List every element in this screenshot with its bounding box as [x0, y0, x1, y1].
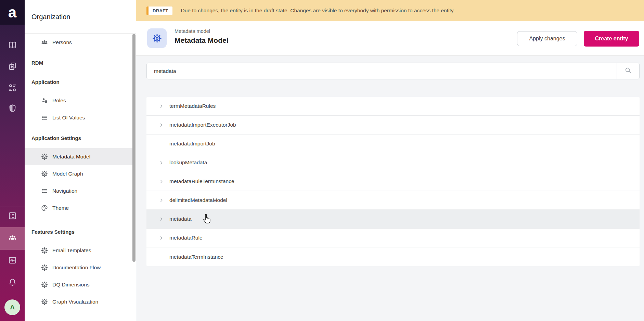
draft-status-badge: DRAFT [146, 7, 172, 15]
draft-banner-message: Due to changes, the entity is in the dra… [181, 8, 455, 14]
list-row-metadata[interactable]: metadata [146, 210, 640, 229]
search-button[interactable] [617, 63, 639, 79]
page-header-text: Metadata model Metadata Model [175, 28, 229, 44]
sidebar: Organization Persons RDM Application Rol… [25, 0, 136, 321]
gear-icon [40, 170, 49, 178]
chevron-right-icon[interactable] [159, 198, 164, 203]
person-lock-icon [40, 97, 49, 105]
sidebar-entry-rdm: RDM [25, 55, 132, 70]
chevron-right-icon[interactable] [159, 235, 164, 241]
gear-icon [40, 246, 49, 255]
list-row-metadatarule[interactable]: metadataRule [146, 229, 640, 247]
rail-item-people[interactable] [0, 227, 25, 250]
rail-bottom-group [0, 0, 25, 321]
palette-icon [40, 204, 49, 212]
main-content: DRAFT Due to changes, the entity is in t… [136, 0, 644, 321]
list-icon [40, 187, 49, 195]
search-input[interactable] [147, 63, 617, 79]
people-icon [40, 38, 49, 47]
sidebar-entry-dq-dimensions[interactable]: DQ Dimensions [25, 276, 132, 293]
list-row-metadataimportexecutorjob[interactable]: metadataImportExecutorJob [146, 116, 640, 134]
form-icon [8, 211, 17, 222]
list-icon [40, 114, 49, 122]
sidebar-entry-persons[interactable]: Persons [25, 34, 132, 51]
search-icon [624, 66, 632, 76]
list-row-metadataruleterminstance[interactable]: metadataRuleTermInstance [146, 172, 640, 191]
sidebar-entry-theme[interactable]: Theme [25, 200, 132, 217]
sidebar-entry-model-graph[interactable]: Model Graph [25, 165, 132, 182]
bell-icon [8, 278, 17, 288]
sidebar-entry-application: Application [25, 74, 132, 89]
list-row-termmetadatarules[interactable]: termMetadataRules [146, 97, 640, 116]
sidebar-entry-metadata-model[interactable]: Metadata Model [25, 148, 132, 165]
gear-icon [40, 264, 49, 272]
apply-changes-button[interactable]: Apply changes [517, 31, 577, 46]
sidebar-entry-application-settings: Application Settings [25, 130, 132, 145]
list-row-delimitedmetadatamodel[interactable]: delimitedMetadataModel [146, 191, 640, 210]
people-icon [8, 233, 17, 244]
gear-icon [40, 298, 49, 306]
create-entity-button[interactable]: Create entity [584, 31, 639, 47]
metadata-model-gear-icon [147, 28, 167, 48]
sidebar-entry-roles[interactable]: Roles [25, 92, 132, 109]
gear-icon [40, 153, 49, 161]
chevron-right-icon[interactable] [159, 217, 164, 222]
sidebar-entry-documentation-flow[interactable]: Documentation Flow [25, 259, 132, 276]
chevron-right-icon[interactable] [159, 104, 164, 109]
draft-state-banner: DRAFT Due to changes, the entity is in t… [136, 0, 644, 21]
sidebar-entry-navigation[interactable]: Navigation [25, 182, 132, 200]
sidebar-title: Organization [31, 13, 70, 21]
rail-item-form[interactable] [0, 207, 25, 226]
search-bar [146, 63, 640, 79]
rail-item-bell[interactable] [0, 273, 25, 292]
list-row-metadataimportjob[interactable]: metadataImportJob [146, 134, 640, 153]
page-eyebrow: Metadata model [175, 28, 229, 34]
user-avatar[interactable]: A [4, 299, 20, 315]
chevron-right-icon[interactable] [159, 160, 164, 165]
page-header: Metadata model Metadata Model Apply chan… [136, 21, 644, 56]
app-icon-rail: a [0, 0, 25, 321]
list-row-metadataterminstance[interactable]: metadataTermInstance [146, 247, 640, 266]
sidebar-entries: Persons RDM Application Roles List Of Va… [25, 34, 132, 310]
chevron-right-icon[interactable] [159, 179, 164, 184]
monitor-icon [8, 256, 17, 266]
list-row-lookupmetadata[interactable]: lookupMetadata [146, 153, 640, 172]
page-title: Metadata Model [175, 36, 229, 44]
chevron-right-icon[interactable] [159, 123, 164, 128]
sidebar-entry-features-settings: Features Settings [25, 224, 132, 239]
rail-item-monitor[interactable] [0, 251, 25, 270]
gear-icon [40, 281, 49, 289]
entity-results-list: termMetadataRules metadataImportExecutor… [146, 97, 640, 266]
sidebar-scrollbar-thumb[interactable] [132, 34, 136, 262]
sidebar-entry-list-of-values[interactable]: List Of Values [25, 109, 132, 126]
sidebar-entry-graph-visualization[interactable]: Graph Visualization [25, 293, 132, 310]
sidebar-divider [25, 33, 136, 34]
sidebar-entry-email-templates[interactable]: Email Templates [25, 242, 132, 259]
